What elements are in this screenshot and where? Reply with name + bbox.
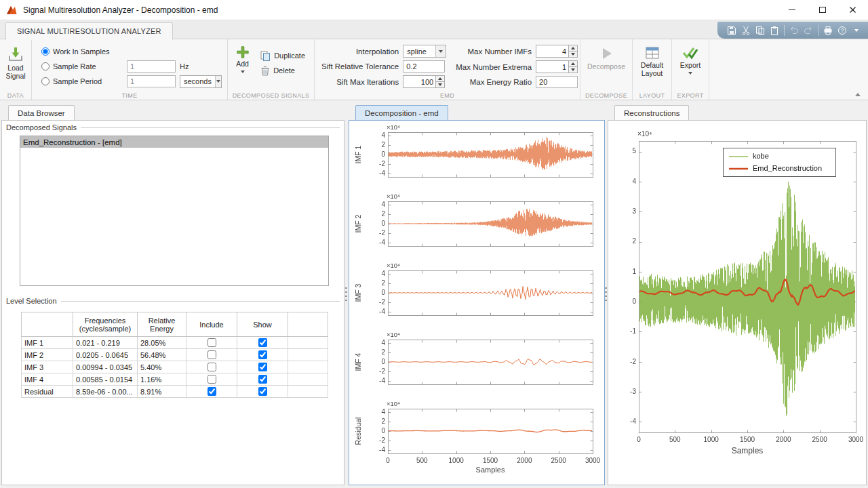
level-row[interactable]: Residual8.59e-06 - 0.00...8.91%: [22, 386, 328, 398]
maximize-button[interactable]: [807, 0, 837, 20]
decomposed-signals-label: Decomposed Signals: [6, 123, 77, 131]
interpolation-dropdown[interactable]: spline: [403, 45, 446, 58]
quick-access-toolbar: ?: [717, 22, 868, 39]
include-checkbox[interactable]: [208, 363, 216, 371]
sift-iterations-input[interactable]: [403, 76, 435, 87]
reconstructions-canvas[interactable]: [609, 122, 865, 484]
sample-period-unit-dropdown[interactable]: seconds: [180, 75, 222, 88]
layout-label-2: Layout: [642, 69, 663, 77]
work-in-samples-label: Work In Samples: [53, 47, 110, 56]
collapse-toolstrip-button[interactable]: [853, 91, 863, 98]
spinner-up-button[interactable]: [436, 76, 444, 81]
spinner-up-button[interactable]: [569, 61, 577, 66]
section-emd: Interpolation spline Sift Relative Toler…: [315, 39, 580, 100]
max-extrema-label: Max Number Extrema: [456, 63, 532, 71]
decomposed-signals-list[interactable]: Emd_Reconstruction - [emd]: [20, 136, 329, 286]
tab-reconstructions[interactable]: Reconstructions: [614, 105, 689, 120]
add-button[interactable]: Add: [232, 43, 253, 90]
level-selection-label: Level Selection: [6, 297, 57, 305]
radio-sample-period[interactable]: Sample Period: [41, 77, 127, 85]
show-checkbox[interactable]: [258, 375, 267, 384]
layout-grid-icon: [645, 45, 660, 60]
section-decompose: Decompose DECOMPOSE: [580, 39, 633, 100]
header-show: Show: [237, 312, 288, 337]
delete-button[interactable]: Delete: [256, 63, 310, 78]
undo-icon[interactable]: [789, 26, 799, 35]
level-selection-group: Level Selection: [2, 297, 344, 305]
max-extrema-input[interactable]: [536, 61, 568, 73]
paste-icon[interactable]: [770, 26, 779, 35]
header-relative-energy: Relative Energy: [138, 312, 186, 337]
sample-period-radio[interactable]: [41, 77, 50, 85]
print-icon[interactable]: [823, 26, 833, 35]
level-row[interactable]: IMF 30.00994 - 0.03455.40%: [22, 361, 328, 373]
include-checkbox[interactable]: [208, 338, 216, 347]
panel-splitter[interactable]: [344, 104, 348, 485]
sample-period-input[interactable]: [127, 75, 176, 87]
section-decomposed-signals: Add Duplicate Delete DECOMPOSED SIGNALS: [228, 39, 315, 100]
max-extrema-spinner[interactable]: [536, 60, 578, 73]
save-icon[interactable]: [727, 26, 736, 35]
show-checkbox[interactable]: [258, 350, 267, 359]
section-label-layout: LAYOUT: [633, 92, 671, 99]
include-checkbox[interactable]: [208, 375, 216, 384]
spinner-down-button[interactable]: [569, 51, 577, 57]
load-signal-label-1: Load: [7, 64, 23, 72]
work-in-samples-radio[interactable]: [41, 47, 50, 56]
max-energy-input[interactable]: [536, 76, 578, 88]
cut-icon[interactable]: [741, 26, 751, 35]
max-imfs-spinner[interactable]: [536, 45, 578, 58]
sample-rate-unit: Hz: [180, 62, 189, 70]
ribbon-tab-row: SIGNAL MULTIRESOLUTION ANALYZER ?: [0, 20, 868, 39]
decompose-button[interactable]: Decompose: [585, 43, 628, 72]
chevron-down-icon: [215, 76, 221, 87]
reconstructions-panel: Reconstructions: [608, 104, 867, 485]
decompose-label: Decompose: [587, 63, 625, 71]
duplicate-button[interactable]: Duplicate: [256, 48, 310, 63]
reconstructions-body: [608, 120, 867, 485]
sample-rate-radio[interactable]: [41, 62, 50, 70]
radio-work-in-samples[interactable]: Work In Samples: [41, 47, 127, 56]
sample-period-unit-value: seconds: [180, 76, 215, 87]
max-imfs-input[interactable]: [536, 45, 568, 57]
decomposition-canvas[interactable]: [350, 122, 604, 484]
spinner-up-button[interactable]: [569, 45, 577, 51]
sample-rate-label: Sample Rate: [53, 62, 96, 70]
default-layout-button[interactable]: Default Layout: [637, 43, 667, 78]
title-bar: Signal Multiresolution Analyzer - Decomp…: [0, 0, 868, 20]
delete-icon: [260, 66, 270, 76]
help-icon[interactable]: ?: [837, 26, 847, 35]
decomposed-signals-group: Decomposed Signals: [2, 123, 344, 131]
level-row[interactable]: IMF 20.0205 - 0.064556.48%: [22, 349, 328, 361]
window-title: Signal Multiresolution Analyzer - Decomp…: [23, 5, 218, 15]
list-item-emd-reconstruction[interactable]: Emd_Reconstruction - [emd]: [20, 136, 328, 148]
sift-tolerance-input[interactable]: [403, 60, 445, 73]
sift-iterations-spinner[interactable]: [403, 75, 445, 88]
close-button[interactable]: [837, 0, 868, 20]
level-row[interactable]: IMF 10.021 - 0.21928.05%: [22, 337, 328, 349]
copy-icon[interactable]: [755, 26, 765, 35]
radio-sample-rate[interactable]: Sample Rate: [41, 62, 127, 70]
include-checkbox[interactable]: [208, 350, 216, 359]
tab-signal-multiresolution-analyzer[interactable]: SIGNAL MULTIRESOLUTION ANALYZER: [5, 22, 173, 40]
spinner-down-button[interactable]: [436, 81, 444, 87]
tab-decomposition-emd[interactable]: Decomposition - emd: [355, 105, 448, 120]
show-checkbox[interactable]: [258, 363, 267, 371]
tab-data-browser[interactable]: Data Browser: [8, 105, 75, 120]
load-signal-button[interactable]: Load Signal: [4, 43, 27, 81]
show-checkbox[interactable]: [258, 387, 267, 396]
level-row[interactable]: IMF 40.00585 - 0.01541.16%: [22, 373, 328, 386]
redo-icon[interactable]: [804, 26, 813, 35]
include-checkbox[interactable]: [208, 387, 216, 396]
minimize-button[interactable]: [776, 0, 807, 20]
delete-label: Delete: [273, 66, 295, 75]
section-export: Export EXPORT: [672, 39, 709, 100]
header-include: Include: [186, 312, 237, 337]
export-button[interactable]: Export: [676, 43, 705, 75]
sample-rate-input[interactable]: [127, 60, 176, 73]
header-filler: [288, 312, 328, 337]
section-label-emd: EMD: [315, 92, 580, 99]
show-checkbox[interactable]: [258, 338, 267, 347]
spinner-down-button[interactable]: [569, 66, 577, 73]
dock-icon[interactable]: [852, 26, 861, 35]
